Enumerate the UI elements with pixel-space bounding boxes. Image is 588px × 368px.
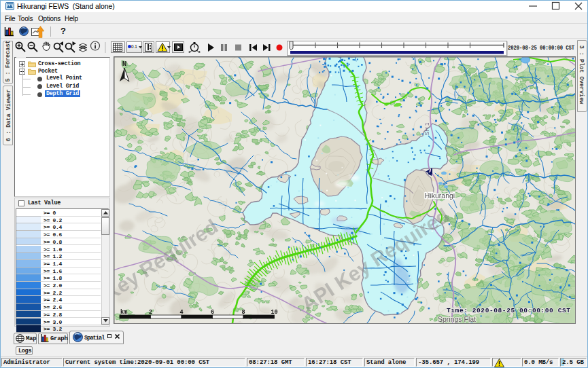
svg-text:Springs Flat: Springs Flat	[438, 315, 476, 323]
svg-text:8: 8	[241, 309, 245, 316]
svg-text:10: 10	[271, 309, 277, 316]
svg-text:Hikurangi: Hikurangi	[425, 191, 455, 200]
svg-text:4: 4	[179, 309, 183, 316]
svg-text:6: 6	[211, 309, 214, 316]
svg-text:N: N	[122, 60, 127, 68]
svg-text:2: 2	[149, 309, 152, 316]
svg-text:SH 1: SH 1	[423, 122, 430, 135]
svg-text:km: km	[120, 309, 127, 316]
svg-text:Time: 2020-08-25 00:00:00 CST: Time: 2020-08-25 00:00:00 CST	[447, 307, 570, 314]
